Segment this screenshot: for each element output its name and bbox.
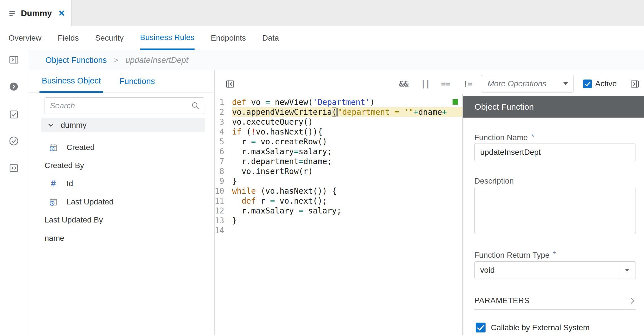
code-text[interactable]: } — [232, 216, 462, 226]
line-number: 12 — [215, 206, 232, 216]
checkbox-panel-icon[interactable] — [8, 109, 19, 120]
tab-dummy[interactable]: Dummy × — [0, 0, 72, 27]
code-line[interactable]: 3vo.executeQuery() — [215, 117, 462, 127]
return-type-select[interactable]: void — [474, 261, 636, 279]
line-number: 13 — [215, 216, 232, 226]
return-type-label: Function Return Type* — [474, 251, 556, 260]
field-label: Created — [67, 143, 95, 152]
group-dummy[interactable]: dummy — [41, 118, 205, 132]
tab-overview[interactable]: Overview — [8, 26, 41, 50]
code-line[interactable]: 14 — [215, 226, 462, 235]
field-last-updated[interactable]: Last Updated — [48, 196, 114, 208]
expand-right-panel-icon[interactable] — [630, 79, 640, 89]
search-icon — [191, 101, 200, 110]
code-text[interactable]: } — [232, 176, 462, 186]
code-text[interactable]: r.maxSalary = salary; — [232, 206, 462, 216]
description-textarea[interactable] — [474, 187, 636, 234]
code-line[interactable]: 8 vo.insertRow(r) — [215, 166, 462, 176]
function-name-label: Function Name* — [474, 133, 534, 142]
dropdown-arrow-icon[interactable] — [618, 262, 636, 279]
code-line[interactable]: 1def vo = newView('Department') — [215, 97, 462, 107]
operator-and-button[interactable]: && — [399, 79, 409, 89]
tab-functions[interactable]: Functions — [117, 70, 157, 92]
line-number: 6 — [215, 147, 232, 157]
object-nav-tabs: Overview Fields Security Business Rules … — [0, 26, 644, 50]
code-panel-icon[interactable] — [8, 163, 19, 173]
tab-security[interactable]: Security — [95, 26, 123, 50]
function-name-input[interactable] — [474, 144, 636, 161]
inspector-title: Object Function — [463, 96, 644, 118]
number-icon: # — [48, 178, 58, 189]
code-lines: 1def vo = newView('Department')2vo.appen… — [215, 97, 462, 235]
tab-business-object[interactable]: Business Object — [39, 70, 103, 93]
breadcrumb: Object Functions > updateInsertDept — [28, 50, 644, 70]
tab-fields[interactable]: Fields — [58, 26, 79, 50]
code-line[interactable]: 11 def r = vo.next(); — [215, 196, 462, 206]
collapse-left-panel-icon[interactable] — [225, 79, 235, 89]
field-created[interactable]: Created — [48, 142, 95, 153]
code-line[interactable]: 4if (!vo.hasNext()){ — [215, 127, 462, 137]
code-editor[interactable]: 1def vo = newView('Department')2vo.appen… — [215, 94, 462, 335]
callable-label: Callable by External System — [491, 323, 590, 332]
tab-data[interactable]: Data — [262, 26, 279, 50]
required-marker: * — [553, 250, 556, 259]
code-text[interactable]: r.department=dname; — [232, 157, 462, 166]
tab-business-rules[interactable]: Business Rules — [140, 26, 195, 50]
field-id[interactable]: # Id — [48, 178, 73, 189]
parameters-section[interactable]: PARAMETERS — [474, 296, 636, 305]
breadcrumb-separator: > — [114, 56, 118, 64]
code-text[interactable]: r.maxSalary=salary; — [232, 147, 462, 157]
code-line[interactable]: 7 r.department=dname; — [215, 157, 462, 166]
field-label: Created By — [45, 161, 84, 170]
code-line[interactable]: 2vo.appendViewCriteria("department = '"+… — [215, 107, 462, 117]
active-label: Active — [595, 79, 617, 88]
chevron-circle-icon[interactable] — [8, 81, 19, 92]
search-box[interactable] — [45, 97, 204, 114]
tab-title: Dummy — [21, 8, 52, 18]
more-operations-label: More Operations — [488, 79, 563, 88]
code-line[interactable]: 10while (vo.hasNext()) { — [215, 186, 462, 196]
line-number: 2 — [215, 107, 232, 117]
description-label: Description — [474, 177, 514, 186]
tab-endpoints[interactable]: Endpoints — [211, 26, 246, 50]
field-last-updated-by[interactable]: Last Updated By — [45, 214, 103, 226]
annotation-marker — [453, 99, 458, 105]
code-line[interactable]: 13} — [215, 216, 462, 226]
panel-expand-icon[interactable] — [8, 54, 19, 65]
active-checkbox[interactable] — [583, 80, 592, 88]
operator-or-button[interactable]: || — [421, 79, 430, 89]
code-text[interactable] — [232, 226, 462, 235]
line-number: 14 — [215, 226, 232, 235]
field-created-by[interactable]: Created By — [45, 160, 84, 171]
breadcrumb-object-functions[interactable]: Object Functions — [45, 56, 107, 65]
callable-checkbox[interactable] — [476, 323, 486, 332]
code-text[interactable]: def vo = newView('Department') — [232, 97, 462, 107]
code-line[interactable]: 5 r = vo.createRow() — [215, 137, 462, 147]
close-icon[interactable]: × — [59, 8, 65, 18]
field-label: Last Updated — [67, 197, 114, 206]
editor-toolbar: && || == != More Operations Active — [215, 74, 644, 94]
app-window: Dummy × Overview Fields Security Busines… — [0, 0, 644, 335]
code-line[interactable]: 6 r.maxSalary=salary; — [215, 147, 462, 157]
field-name[interactable]: name — [45, 233, 64, 244]
code-line[interactable]: 12 r.maxSalary = salary; — [215, 206, 462, 216]
code-text[interactable]: def r = vo.next(); — [232, 196, 462, 206]
code-text[interactable]: while (vo.hasNext()) { — [232, 186, 462, 196]
divider — [474, 309, 636, 310]
code-line[interactable]: 9} — [215, 176, 462, 186]
line-number: 11 — [215, 196, 232, 206]
operator-equals-button[interactable]: == — [441, 79, 451, 89]
left-icon-rail — [0, 50, 28, 335]
code-text[interactable]: vo.insertRow(r) — [232, 166, 462, 176]
code-text[interactable]: vo.executeQuery() — [232, 117, 462, 127]
business-object-panel: Business Object Functions dummy Created — [28, 70, 215, 335]
check-circle-icon[interactable] — [8, 136, 19, 146]
more-operations-select[interactable]: More Operations — [481, 75, 574, 92]
panel-tabs: Business Object Functions — [28, 70, 214, 93]
search-input[interactable] — [45, 98, 204, 114]
code-text[interactable]: vo.appendViewCriteria("department = '"+d… — [232, 107, 462, 117]
code-text[interactable]: r = vo.createRow() — [232, 137, 462, 147]
operator-not-equals-button[interactable]: != — [463, 79, 473, 89]
line-number: 10 — [215, 186, 232, 196]
code-text[interactable]: if (!vo.hasNext()){ — [232, 127, 462, 137]
